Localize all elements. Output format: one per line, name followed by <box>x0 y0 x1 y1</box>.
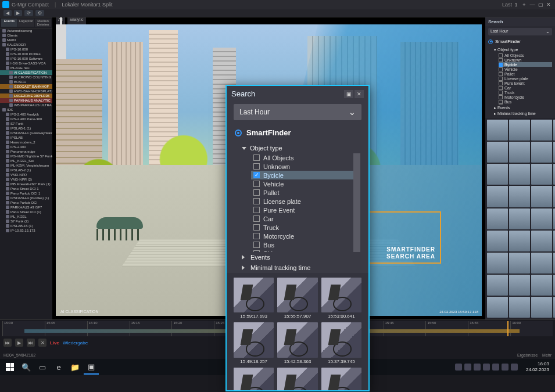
result-thumb[interactable] <box>509 120 530 141</box>
result-thumb[interactable] <box>509 253 530 274</box>
play-button[interactable]: ▶ <box>15 339 23 347</box>
popup-object-type-item[interactable]: Bycicle <box>251 171 353 179</box>
tree-item[interactable]: IPS-10.000 Profiles <box>0 52 52 56</box>
result-thumb[interactable] <box>531 186 552 207</box>
result-thumb[interactable] <box>509 297 530 318</box>
tree-item[interactable]: PARKHAUS #3 GF7 <box>0 205 52 210</box>
result-thumb[interactable] <box>531 208 552 229</box>
object-type-item[interactable]: Truck <box>499 90 552 95</box>
object-type-item[interactable]: Pure Event <box>499 81 552 85</box>
toolbar-fwd[interactable]: ▶ <box>14 10 22 16</box>
tree-item[interactable]: IPS-2.400 Pano-360 <box>0 117 52 121</box>
result-thumb[interactable] <box>487 164 508 185</box>
popup-object-type-item[interactable]: Pure Event <box>251 206 353 214</box>
popup-object-type-item[interactable]: Car <box>251 214 353 223</box>
taskbar-search-icon[interactable]: 🔍 <box>19 359 34 375</box>
popup-result-thumb[interactable]: 15:55:57.907 <box>277 278 317 319</box>
result-thumb[interactable] <box>531 120 552 141</box>
popup-result-thumb[interactable]: 15:59:17.693 <box>234 278 274 319</box>
tree-item[interactable]: IPSLAB-1 (1) <box>0 126 52 131</box>
popup-object-type-item[interactable]: All Objects <box>251 153 353 162</box>
tree-item[interactable]: VMD-NPR (2) <box>0 177 52 182</box>
tree-item[interactable]: IDS <box>0 107 52 112</box>
tree-item[interactable]: IPSLAB-15 (1) <box>0 224 52 228</box>
result-thumb[interactable] <box>487 142 508 163</box>
close-x-icon[interactable]: ✕ <box>38 339 46 347</box>
tray-sound-icon[interactable] <box>511 364 518 371</box>
tree-tab-events[interactable]: Events <box>1 19 17 27</box>
popup-object-type-item[interactable]: Vehicle <box>251 179 353 188</box>
titlebar-plus[interactable]: + <box>520 2 528 8</box>
tree-item[interactable]: Pano Parkdc DCI <box>0 200 52 205</box>
result-thumb[interactable] <box>531 164 552 185</box>
object-type-item[interactable]: Bycicle <box>499 62 552 67</box>
tree-item[interactable]: IPS-2.400 <box>0 145 52 149</box>
tree-item[interactable]: IPSDASH-4 (Profiles) (1) <box>0 196 52 200</box>
result-thumb[interactable] <box>487 186 508 207</box>
timeline-cursor[interactable] <box>507 321 509 336</box>
tree-item[interactable]: S7 Funk <box>0 121 52 126</box>
result-thumb[interactable] <box>531 253 552 274</box>
min-tracking-node[interactable]: ▸ Minimal tracking time <box>488 111 552 117</box>
object-type-item[interactable]: Motorcycle <box>499 95 552 99</box>
object-type-item[interactable]: Pallet <box>499 71 552 76</box>
tree-item[interactable]: IPSDASH-1 (Gateway/Ramp) <box>0 131 52 135</box>
result-thumb[interactable] <box>531 275 552 296</box>
taskbar-app-icon[interactable]: ▣ <box>84 359 99 375</box>
object-type-item[interactable]: Unknown <box>499 57 552 62</box>
object-type-item[interactable]: All Objects <box>499 53 552 57</box>
result-thumb[interactable] <box>509 275 530 296</box>
search-popup[interactable]: Search ▣ ✕ Last Hour ⌄ SmartFinder Objec… <box>225 85 370 391</box>
object-type-node[interactable]: ▾ Object type <box>488 47 552 53</box>
tree-item[interactable]: KALENDER <box>0 42 52 47</box>
play-prev-button[interactable]: ⏮ <box>3 339 12 347</box>
popup-result-thumb[interactable]: 15:37:37.945 <box>234 368 274 390</box>
tree-item[interactable]: ML_KGEL_Set <box>0 159 52 163</box>
popup-time-range-select[interactable]: Last Hour ⌄ <box>234 104 361 120</box>
tree-item[interactable]: Pano Parkdc DCI 1 <box>0 191 52 196</box>
tree-item[interactable]: Automatisierung <box>0 28 52 33</box>
tree-item[interactable]: ML_KGEL <box>0 214 52 219</box>
tree-item[interactable]: MS-VMD Nightline 57 Funk <box>0 154 52 159</box>
popup-object-type-item[interactable]: Motorcycle <box>251 232 353 240</box>
titlebar-tab-monitor[interactable]: Lokaler Monitor <box>62 2 98 8</box>
taskbar-taskview-icon[interactable]: ▭ <box>35 359 50 375</box>
tree-item[interactable]: I-DG Drive-SASS-VCA <box>0 61 52 66</box>
system-tray[interactable] <box>455 364 518 371</box>
tree-item[interactable]: MLAGE neu <box>0 66 52 70</box>
tray-icon[interactable] <box>483 364 490 371</box>
tree-tab-lageplan[interactable]: Lageplan <box>18 19 34 27</box>
popup-object-type-item[interactable]: Bus <box>251 240 353 249</box>
window-maximize[interactable]: ▢ <box>536 2 545 8</box>
tree-item[interactable]: IPS-2.400 Analytik <box>0 112 52 117</box>
tree-item[interactable]: WB PARKHAUS ULTRA <box>0 103 52 107</box>
result-thumb[interactable] <box>509 164 530 185</box>
popup-object-type-item[interactable]: Truck <box>251 223 353 232</box>
start-button[interactable] <box>2 359 17 375</box>
window-minimize[interactable]: — <box>528 2 536 8</box>
tree-item[interactable]: VMD-NPR <box>0 172 52 177</box>
titlebar-last[interactable]: Last <box>502 2 512 8</box>
tree-item[interactable]: IPS-10.000 Software <box>0 56 52 61</box>
object-type-item[interactable]: Car <box>499 85 552 90</box>
result-thumb[interactable] <box>487 253 508 274</box>
popup-object-type-item[interactable]: Unknown <box>251 162 353 171</box>
popup-min-tracking-node[interactable]: Minimal tracking time <box>242 262 360 273</box>
popup-result-thumb[interactable]: 15:33:25.405 <box>321 368 361 390</box>
toolbar-settings[interactable]: ⚙ <box>35 10 44 16</box>
popup-object-type-item[interactable]: License plate <box>251 197 353 206</box>
tree-item[interactable]: Pano Street DCI (1) <box>0 210 52 214</box>
result-thumb[interactable] <box>509 208 530 229</box>
tree-item[interactable]: IP-10.83.15.173 <box>0 228 52 233</box>
tree-item[interactable]: HWD-BAHNHOFSPLATZ <box>0 89 52 93</box>
taskbar-edge-icon[interactable]: e <box>51 359 66 375</box>
tree-item[interactable]: IPSLAB <box>0 135 52 140</box>
tree-item[interactable]: IPSLAB-2 (1) <box>0 168 52 172</box>
tree-item[interactable]: AI CLASSIFICATION <box>0 70 52 75</box>
result-thumb[interactable] <box>487 275 508 296</box>
result-thumb[interactable] <box>487 208 508 229</box>
taskbar-clock[interactable]: 16:03 24.02.2023 <box>522 361 553 373</box>
result-thumb[interactable] <box>509 186 530 207</box>
popup-result-thumb[interactable]: 15:42:58.363 <box>277 322 317 364</box>
popup-smartfinder-radio[interactable]: SmartFinder <box>235 128 360 137</box>
